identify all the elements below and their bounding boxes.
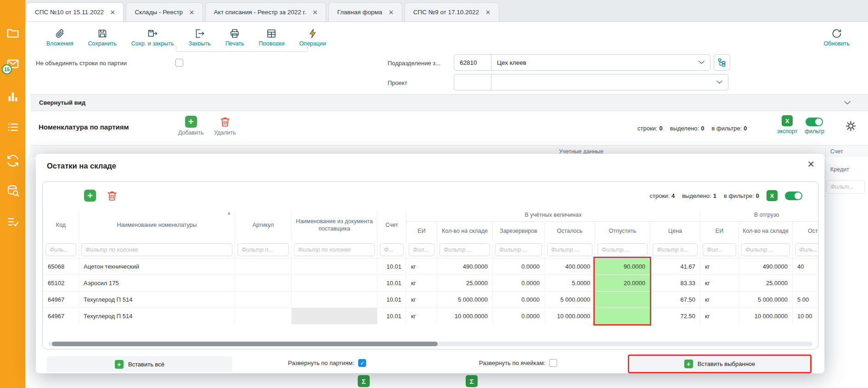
- sum-badge[interactable]: Σ: [358, 375, 370, 387]
- tab-3[interactable]: Акт списания - Реестр за 2022 г.×: [205, 2, 327, 22]
- cell[interactable]: 490.0000: [437, 258, 493, 275]
- column-header[interactable]: Кол-во на складе: [437, 221, 493, 242]
- cell[interactable]: 0.0000: [493, 258, 545, 275]
- cell[interactable]: 72.50: [650, 308, 700, 324]
- cell[interactable]: Техуглерод П 514: [79, 291, 235, 308]
- cell[interactable]: 5 000.0000: [545, 291, 595, 308]
- column-header[interactable]: Счет: [378, 209, 406, 242]
- tab-close-icon[interactable]: ×: [389, 8, 394, 17]
- cell[interactable]: [235, 275, 292, 291]
- chevron-down-icon[interactable]: [716, 80, 722, 84]
- cell[interactable]: кг: [700, 291, 739, 308]
- insert-all-button[interactable]: + Вставить всё: [47, 356, 232, 372]
- cell[interactable]: 64967: [43, 291, 79, 308]
- column-filter-input[interactable]: [294, 243, 375, 256]
- close-button[interactable]: Закрыть: [188, 28, 210, 47]
- collapsed-view-header[interactable]: Свернутый вид: [31, 94, 868, 111]
- column-filter-input[interactable]: [741, 243, 790, 256]
- cell[interactable]: 90.0000: [595, 258, 650, 275]
- nav-mail-button[interactable]: 15: [6, 57, 20, 71]
- cell[interactable]: [235, 258, 292, 275]
- cell[interactable]: 67.50: [650, 291, 700, 308]
- cell[interactable]: 10 000.0000: [545, 308, 595, 324]
- cell[interactable]: [235, 308, 292, 324]
- cell[interactable]: 5.0000: [545, 275, 595, 291]
- table-row[interactable]: 65102Аэросил 17510.01кг25.00000.00005.00…: [43, 275, 818, 291]
- nav-documents-button[interactable]: [6, 26, 20, 40]
- project-combo[interactable]: [491, 74, 728, 90]
- cell[interactable]: Аэросил 175: [79, 275, 235, 291]
- column-filter-input[interactable]: [495, 243, 542, 256]
- department-combo[interactable]: Цех клеев: [491, 54, 710, 71]
- nav-data-search-button[interactable]: [6, 184, 20, 198]
- modal-add-button[interactable]: +: [84, 190, 96, 202]
- column-filter-input[interactable]: [547, 243, 592, 256]
- cell[interactable]: 40: [793, 258, 818, 275]
- column-header[interactable]: Осталось: [545, 221, 595, 242]
- scrollbar-thumb[interactable]: [52, 342, 438, 346]
- column-header[interactable]: Отпустить: [595, 221, 650, 242]
- postings-button[interactable]: Проводки: [259, 28, 285, 47]
- save-and-close-button[interactable]: Сохр. и закрыть: [131, 28, 174, 47]
- cell[interactable]: 64967: [43, 308, 79, 324]
- credit-filter-input[interactable]: [826, 180, 865, 194]
- cell[interactable]: 10.01: [378, 258, 406, 275]
- column-filter-input[interactable]: [440, 243, 490, 256]
- cell[interactable]: 25.0000: [739, 275, 793, 291]
- column-filter-input[interactable]: [237, 243, 289, 256]
- cell[interactable]: 5 000.0000: [739, 291, 793, 308]
- tab-4[interactable]: Главная форма×: [328, 2, 402, 22]
- cell[interactable]: [292, 308, 378, 324]
- cell[interactable]: 10 000.0000: [437, 308, 493, 324]
- cell[interactable]: [235, 291, 292, 308]
- cell[interactable]: кг: [406, 275, 437, 291]
- cell[interactable]: кг: [406, 308, 437, 324]
- cell[interactable]: Ацетон технический: [79, 258, 235, 275]
- nav-reports-button[interactable]: [6, 90, 20, 104]
- cell[interactable]: [595, 291, 650, 308]
- tab-5[interactable]: СПС №9 от 17.10.2022×: [405, 2, 499, 22]
- column-header[interactable]: Зарезервиров: [493, 221, 545, 242]
- modal-close-button[interactable]: ×: [807, 158, 814, 170]
- column-header[interactable]: Ост: [793, 221, 818, 242]
- tab-close-icon[interactable]: ×: [110, 8, 115, 17]
- insert-selected-button[interactable]: + Вставить выбранное: [628, 354, 812, 373]
- cell[interactable]: кг: [700, 275, 739, 291]
- modal-filter-toggle[interactable]: [785, 191, 802, 200]
- nav-registry-button[interactable]: [6, 120, 20, 134]
- column-filter-input[interactable]: [597, 243, 648, 256]
- tab-close-icon[interactable]: ×: [189, 8, 194, 17]
- tab-close-icon[interactable]: ×: [485, 8, 490, 17]
- delete-row-button[interactable]: Удалить: [214, 116, 236, 136]
- cell[interactable]: кг: [406, 291, 437, 308]
- cell[interactable]: [292, 291, 378, 308]
- column-filter-input[interactable]: [795, 243, 818, 256]
- settings-gear-button[interactable]: [845, 120, 857, 133]
- column-header[interactable]: Наименование из документа поставщика: [292, 209, 378, 242]
- cell[interactable]: 65102: [43, 275, 79, 291]
- cell[interactable]: Техуглерод П 514: [79, 308, 235, 324]
- expand-cells-checkbox[interactable]: [549, 359, 557, 367]
- column-header[interactable]: ЕИ: [700, 221, 739, 242]
- project-code-input[interactable]: [454, 74, 491, 90]
- sum-badge[interactable]: Σ: [466, 375, 478, 387]
- column-filter-input[interactable]: [653, 243, 698, 256]
- cell[interactable]: 400.0000: [545, 258, 595, 275]
- cell[interactable]: 10.01: [378, 275, 406, 291]
- cell[interactable]: [292, 258, 378, 275]
- cell[interactable]: 490.0000: [739, 258, 793, 275]
- tab-1[interactable]: СПС №10 от 15.11.2022×: [26, 2, 124, 22]
- refresh-button[interactable]: Обновить: [823, 28, 850, 47]
- add-row-button[interactable]: + Добавить: [178, 116, 203, 136]
- cell[interactable]: [595, 308, 650, 324]
- expand-batches-checkbox[interactable]: ✓: [358, 359, 366, 367]
- cell[interactable]: 5 00: [793, 291, 818, 308]
- attachments-button[interactable]: Вложения: [46, 28, 73, 47]
- column-header[interactable]: Код: [43, 209, 79, 242]
- cell[interactable]: 10 00: [793, 308, 818, 324]
- cell[interactable]: 20.0000: [595, 275, 650, 291]
- department-code-input[interactable]: 62810: [454, 54, 491, 71]
- cell[interactable]: 83.33: [650, 275, 700, 291]
- column-filter-input[interactable]: [380, 243, 404, 256]
- column-filter-input[interactable]: [45, 243, 76, 256]
